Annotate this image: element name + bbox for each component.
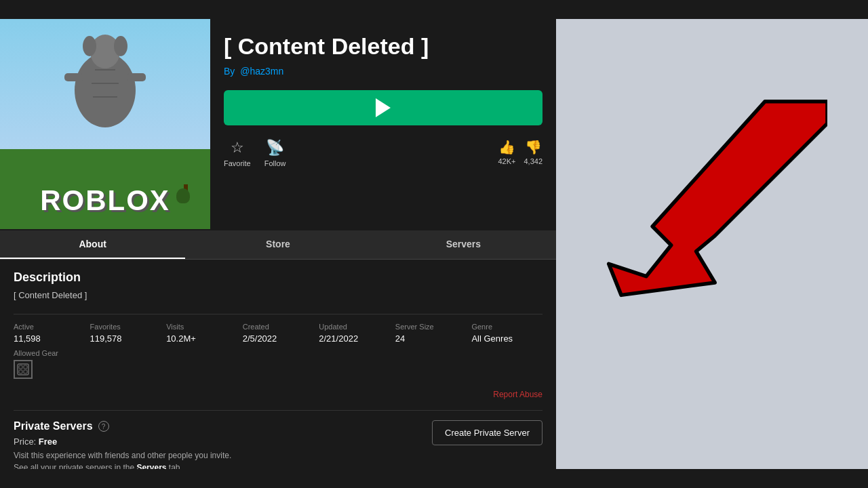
game-info: [ Content Deleted ] By @haz3mn ☆ Favorit… xyxy=(210,19,556,229)
svg-rect-10 xyxy=(19,365,22,369)
stat-visits: Visits 10.2M+ xyxy=(166,323,237,344)
price-row: Price: Free xyxy=(14,436,231,447)
svg-rect-13 xyxy=(24,370,27,373)
tab-servers[interactable]: Servers xyxy=(371,230,556,259)
game-thumbnail: ROBLOX xyxy=(0,19,210,229)
game-title: [ Content Deleted ] xyxy=(224,33,542,60)
create-private-server-button[interactable]: Create Private Server xyxy=(432,420,542,445)
help-icon[interactable]: ? xyxy=(98,421,109,432)
follow-icon: 📡 xyxy=(266,139,284,157)
stat-active: Active 11,598 xyxy=(14,323,85,344)
allowed-gear-icon xyxy=(14,360,33,379)
private-servers-title: Private Servers xyxy=(14,420,93,432)
svg-point-2 xyxy=(83,36,96,56)
svg-rect-11 xyxy=(24,365,27,369)
vote-group: 👍 42K+ 👎 4,342 xyxy=(498,139,542,165)
svg-rect-4 xyxy=(64,73,83,81)
stone-figure-svg xyxy=(51,33,159,141)
arrow-container xyxy=(590,87,827,304)
stat-created: Created 2/5/2022 xyxy=(243,323,314,344)
red-arrow-graphic xyxy=(590,87,827,304)
follow-button[interactable]: 📡 Follow xyxy=(264,139,286,167)
report-abuse-link[interactable]: Report Abuse xyxy=(14,390,542,399)
tab-content: Description [ Content Deleted ] Active 1… xyxy=(0,260,556,469)
creator-name[interactable]: @haz3mn xyxy=(240,66,283,77)
description-body: [ Content Deleted ] xyxy=(14,290,542,300)
tab-store[interactable]: Store xyxy=(185,230,370,259)
svg-marker-14 xyxy=(609,102,827,296)
stat-server-size: Server Size 24 xyxy=(395,323,467,344)
action-buttons: ☆ Favorite 📡 Follow 👍 42K+ 👎 xyxy=(224,139,542,167)
downvote-button[interactable]: 👎 4,342 xyxy=(524,139,542,165)
tab-about[interactable]: About xyxy=(0,230,185,259)
stat-allowed-gear: Allowed Gear xyxy=(14,349,85,379)
favorite-button[interactable]: ☆ Favorite xyxy=(224,139,251,167)
stat-updated: Updated 2/21/2022 xyxy=(319,323,390,344)
private-servers-section: Private Servers ? Price: Free Visit this… xyxy=(14,410,542,469)
bottom-bar xyxy=(0,469,868,488)
game-header: ROBLOX [ Content Deleted ] By @haz3mn xyxy=(0,19,556,229)
game-creator: By @haz3mn xyxy=(224,66,542,77)
left-panel: ROBLOX [ Content Deleted ] By @haz3mn xyxy=(0,19,556,469)
ps-desc-2: See all your private servers in the Serv… xyxy=(14,463,231,469)
favorite-icon: ☆ xyxy=(231,139,244,157)
play-icon xyxy=(376,98,391,117)
right-panel xyxy=(556,19,868,469)
svg-point-3 xyxy=(114,36,127,56)
private-servers-header: Private Servers ? xyxy=(14,420,231,432)
tabs-bar: About Store Servers xyxy=(0,230,556,260)
stats-grid: Active 11,598 Favorites 119,578 Visits 1… xyxy=(14,314,542,379)
top-bar xyxy=(0,0,868,19)
svg-rect-5 xyxy=(127,73,146,81)
ps-desc-1: Visit this experience with friends and o… xyxy=(14,451,231,460)
roblox-brand-text: ROBLOX xyxy=(40,184,170,217)
svg-rect-12 xyxy=(19,370,22,373)
description-heading: Description xyxy=(14,270,542,285)
servers-link[interactable]: Servers xyxy=(136,463,166,469)
play-button[interactable] xyxy=(224,90,542,125)
stat-favorites: Favorites 119,578 xyxy=(90,323,161,344)
thumbs-down-icon: 👎 xyxy=(525,139,542,155)
upvote-button[interactable]: 👍 42K+ xyxy=(498,139,515,165)
thumbs-up-icon: 👍 xyxy=(498,139,515,155)
stat-genre: Genre All Genres xyxy=(471,323,542,344)
